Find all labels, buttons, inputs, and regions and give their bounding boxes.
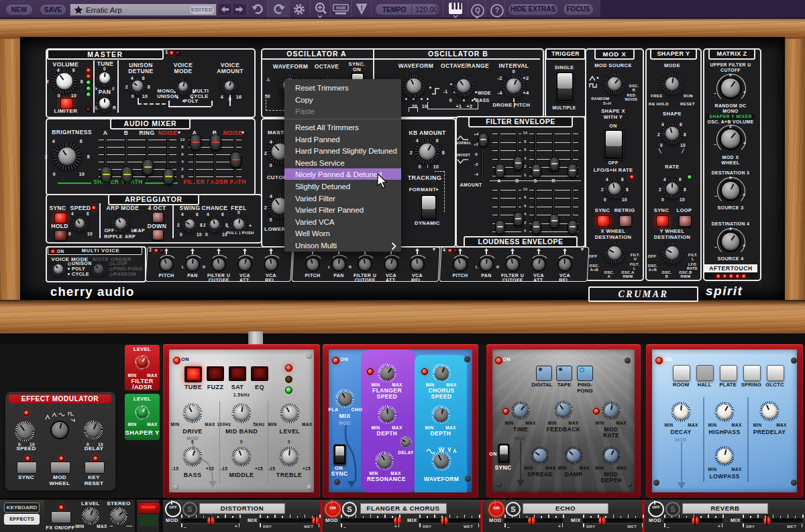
svg-text:midi: midi (336, 5, 345, 10)
svg-text:!: ! (360, 4, 363, 12)
